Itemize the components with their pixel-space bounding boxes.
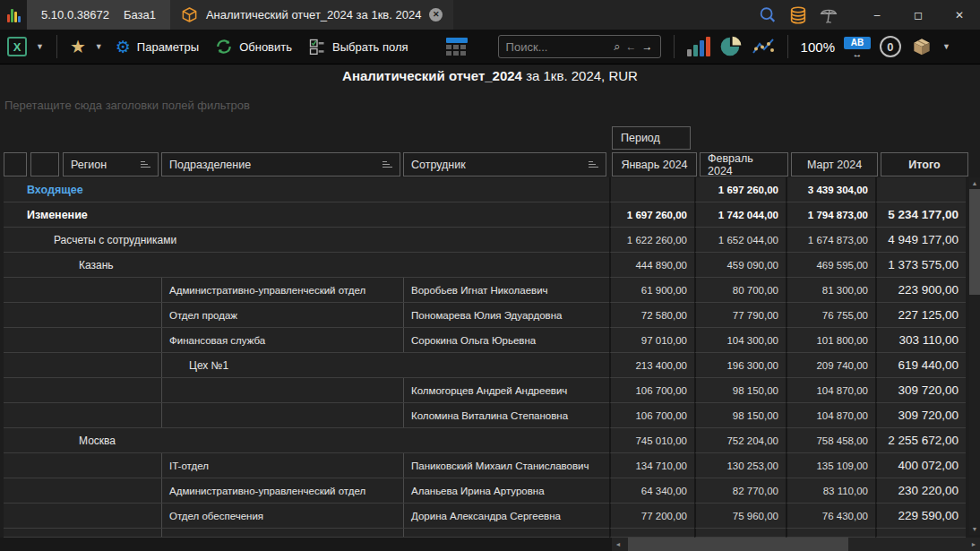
region-field-header[interactable]: Регион [63,152,159,176]
value-cell[interactable]: 1 697 260,00 [694,177,786,202]
value-cell[interactable]: 97 010,00 [609,328,694,353]
table-row[interactable]: Коломина Виталина Степановна106 700,0098… [4,403,969,428]
value-cell[interactable] [786,529,875,538]
value-cell[interactable]: 1 742 044,00 [694,202,786,228]
scroll-left-icon[interactable]: ◄ [612,541,624,547]
period-column-header[interactable]: Март 2024 [791,152,878,176]
value-cell[interactable]: 77 200,00 [609,504,694,529]
pie-chart-icon[interactable] [719,35,743,58]
value-cell[interactable]: 106 700,00 [609,403,694,428]
maximize-button[interactable]: ◻ [898,0,939,30]
total-value-cell[interactable]: 309 720,00 [875,403,966,428]
minimize-button[interactable]: – [856,0,898,30]
total-value-cell[interactable]: 229 590,00 [875,504,966,529]
table-row[interactable]: Казань444 890,00459 090,00469 595,001 37… [4,253,969,278]
tab-close-icon[interactable]: ✕ [429,8,443,22]
filter-drop-hint[interactable]: Перетащите сюда заголовки полей фильтров [4,99,250,112]
sort-icon[interactable] [141,161,150,168]
table-row[interactable]: Колмогорцев Андрей Андреевич106 700,0098… [4,378,969,403]
value-cell[interactable]: 76 430,00 [786,504,875,529]
period-column-header[interactable]: Итого [881,152,968,176]
table-row[interactable]: Отдел продажПономарева Юлия Эдуардовна72… [4,303,969,328]
total-value-cell[interactable]: 303 110,00 [875,328,966,353]
line-chart-icon[interactable] [752,36,775,57]
total-value-cell[interactable]: 223 900,00 [875,278,966,303]
value-cell[interactable]: 1 697 260,00 [609,202,694,228]
total-value-cell[interactable]: 1 373 575,00 [875,253,966,278]
value-cell[interactable]: 745 010,00 [609,428,694,453]
value-cell[interactable] [609,177,694,202]
value-cell[interactable]: 1 652 044,00 [694,228,786,253]
table-row[interactable]: Отдел обеспеченияДорина Александра Серге… [4,504,969,529]
value-cell[interactable]: 98 150,00 [694,378,786,403]
box-icon[interactable] [910,35,933,58]
database-icon[interactable] [788,5,808,25]
value-cell[interactable]: 98 150,00 [694,403,786,428]
total-value-cell[interactable] [875,177,966,202]
value-cell[interactable]: 134 710,00 [609,453,694,478]
period-column-header[interactable]: Февраль 2024 [700,152,788,176]
favorite-caret-icon[interactable]: ▼ [95,42,103,51]
scroll-right-icon[interactable]: ► [967,541,980,547]
scroll-down-icon[interactable]: ▼ [969,523,980,535]
value-cell[interactable] [694,529,786,538]
sort-icon[interactable] [383,161,392,168]
department-field-header[interactable]: Подразделение [161,152,400,176]
total-value-cell[interactable]: 619 440,00 [875,353,966,378]
horizontal-scrollbar[interactable]: ◄ ► [612,538,980,551]
total-value-cell[interactable]: 2 255 672,00 [875,428,966,453]
value-cell[interactable]: 104 870,00 [786,403,875,428]
header-button-cell-1[interactable] [4,152,27,176]
value-cell[interactable]: 106 700,00 [609,378,694,403]
value-cell[interactable]: 444 890,00 [609,253,694,278]
table-row[interactable]: IT-отделПаниковский Михаил Станиславович… [4,453,969,478]
value-cell[interactable]: 76 755,00 [786,303,875,328]
value-cell[interactable]: 1 674 873,00 [786,228,875,253]
value-cell[interactable]: 104 870,00 [786,378,875,403]
value-cell[interactable]: 213 400,00 [609,353,694,378]
value-cell[interactable]: 77 790,00 [694,303,786,328]
bar-chart-icon[interactable] [687,37,710,56]
table-row[interactable]: Изменение1 697 260,001 742 044,001 794 8… [4,202,969,228]
table-row[interactable]: Административно-управленческий отделАлан… [4,478,969,504]
value-cell[interactable]: 64 340,00 [609,478,694,504]
period-column-header[interactable]: Январь 2024 [612,152,697,176]
table-row[interactable] [4,529,969,538]
employee-field-header[interactable]: Сотрудник [403,152,606,176]
total-value-cell[interactable]: 230 220,00 [875,478,966,504]
table-row[interactable]: Цех №1213 400,00196 300,00209 740,00619 … [4,353,969,378]
excel-export-caret-icon[interactable]: ▼ [36,42,44,51]
table-row[interactable]: Москва745 010,00752 204,00758 458,002 25… [4,428,969,453]
value-cell[interactable]: 130 253,00 [694,453,786,478]
total-value-cell[interactable]: 309 720,00 [875,378,966,403]
value-cell[interactable]: 469 595,00 [786,253,875,278]
pivot-grid-icon[interactable] [446,38,468,56]
search-db-icon[interactable] [758,5,778,25]
horizontal-scroll-thumb[interactable] [628,538,848,551]
search-input[interactable] [506,40,609,54]
hide-zeros-icon[interactable]: 0 [880,36,901,57]
value-cell[interactable]: 83 110,00 [786,478,875,504]
value-cell[interactable]: 758 458,00 [786,428,875,453]
select-fields-button[interactable]: Выбрать поля [305,35,412,58]
value-cell[interactable]: 135 109,00 [786,453,875,478]
value-cell[interactable]: 101 800,00 [786,328,875,353]
sort-icon[interactable] [589,161,598,168]
search-prev-icon[interactable]: ← [626,40,637,53]
total-value-cell[interactable]: 400 072,00 [875,453,966,478]
value-cell[interactable]: 1 622 260,00 [609,228,694,253]
value-cell[interactable]: 1 794 873,00 [786,202,875,228]
auto-width-icon[interactable]: AB ↔ [844,37,871,57]
refresh-button[interactable]: Обновить [211,35,296,58]
period-field-header[interactable]: Период [612,126,691,150]
scroll-up-icon[interactable]: ▲ [969,177,980,189]
total-value-cell[interactable]: 227 125,00 [875,303,966,328]
table-row[interactable]: Административно-управленческий отделВоро… [4,278,969,303]
total-value-cell[interactable] [875,529,966,538]
value-cell[interactable]: 80 700,00 [694,278,786,303]
header-button-cell-2[interactable] [30,152,59,176]
close-button[interactable]: ✕ [939,0,980,30]
report-tab[interactable]: Аналитический отчет_2024 за 1кв. 2024 ✕ [170,0,453,30]
vertical-scrollbar[interactable]: ▲ ▼ [969,177,980,535]
search-next-icon[interactable]: → [642,40,653,53]
